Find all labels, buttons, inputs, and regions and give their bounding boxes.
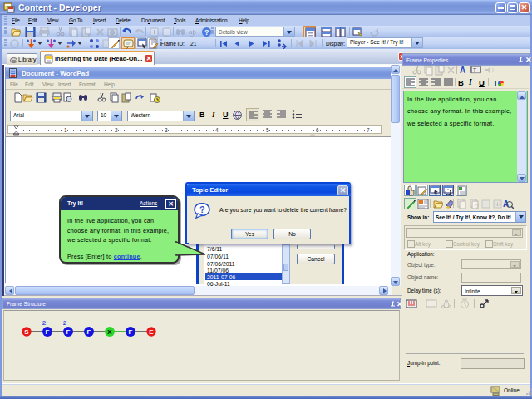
svg-text:F: F	[66, 328, 71, 336]
svg-text:T: T	[473, 66, 477, 74]
svg-text:S: S	[24, 328, 29, 336]
svg-text:F: F	[87, 328, 91, 336]
svg-text:2: 2	[63, 319, 67, 327]
svg-text:2: 2	[42, 319, 47, 327]
svg-text:F: F	[46, 328, 50, 336]
svg-text:?: ?	[200, 204, 205, 214]
svg-text:?: ?	[475, 204, 479, 209]
svg-text:ab: ab	[189, 28, 196, 36]
svg-text:E: E	[149, 328, 154, 336]
svg-text:X: X	[107, 328, 112, 336]
svg-text:?: ?	[204, 28, 209, 37]
svg-text:F: F	[129, 328, 133, 336]
